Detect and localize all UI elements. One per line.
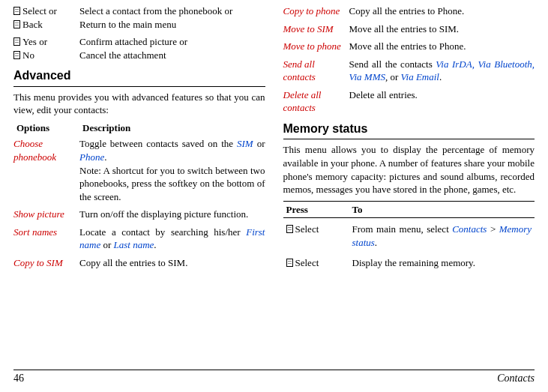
row-move-to-sim: Move to SIM Move all the entries to SIM.: [283, 22, 535, 36]
lastname-link: Last name: [114, 239, 154, 250]
text: or: [253, 138, 265, 149]
softkey-icon: [13, 37, 20, 46]
text: Locate a contact by searching his/her: [79, 226, 246, 238]
option-desc: Copy all the entries to Phone.: [349, 4, 535, 18]
softkey-icon: [286, 225, 293, 233]
desc-line: Confirm attached picture or: [79, 35, 265, 49]
row-yes-no: Yes or No Confirm attached picture or Ca…: [13, 35, 265, 61]
text: >: [487, 223, 499, 235]
option-name: Move to SIM: [283, 22, 349, 36]
label: No: [22, 49, 34, 61]
row-copy-to-sim: Copy to SIM Copy all the entries to SIM.: [13, 256, 265, 270]
page-footer: 46 Contacts: [13, 370, 535, 386]
table-header: Press To: [283, 201, 535, 219]
page-number: 46: [13, 372, 24, 386]
row-delete-all: Delete all contacts Delete all entries.: [283, 88, 535, 115]
press-label: Select: [286, 256, 352, 270]
option-labels: Yes or No: [13, 35, 79, 61]
text: or: [100, 239, 113, 250]
option-desc: Move all the entries to SIM.: [349, 22, 535, 36]
th-press: Press: [286, 203, 352, 217]
label: Select or: [22, 5, 57, 16]
row-choose-phonebook: Choose phonebook Toggle between contacts…: [13, 137, 265, 203]
label: Select: [295, 257, 319, 268]
option-name: Copy to phone: [283, 4, 349, 18]
row-move-to-phone: Move to phone Move all the entries to Ph…: [283, 40, 535, 53]
option-desc: Copy all the entries to SIM.: [79, 256, 265, 270]
option-name: Show picture: [13, 208, 79, 221]
text: Toggle between contacts saved on the: [79, 138, 237, 149]
label: Yes or: [22, 36, 47, 47]
option-desc: Delete all entries.: [349, 88, 535, 115]
option-name: Choose phonebook: [13, 137, 79, 203]
to-desc: Display the remaining memory.: [352, 256, 532, 270]
th-description: Description: [82, 121, 130, 135]
softkey-icon: [13, 20, 20, 28]
desc-line: Cancel the attachment: [79, 49, 265, 62]
option-desc: Toggle between contacts saved on the SIM…: [79, 137, 265, 203]
text: Send all the contacts: [349, 58, 436, 70]
label: Select: [295, 223, 319, 235]
row-copy-to-phone: Copy to phone Copy all the entries to Ph…: [283, 4, 535, 18]
contacts-link: Contacts: [452, 223, 487, 235]
row-show-picture: Show picture Turn on/off the displaying …: [13, 208, 265, 221]
option-labels: Select or Back: [13, 4, 79, 31]
row-select-back: Select or Back Select a contact from the…: [13, 4, 265, 31]
option-desc: Send all the contacts Via IrDA, Via Blue…: [349, 58, 535, 84]
label: Back: [22, 19, 43, 30]
row-send-all: Send all contacts Send all the contacts …: [283, 58, 535, 84]
note: Note: A shortcut for you to switch betwe…: [79, 164, 265, 204]
option-name: Sort names: [13, 226, 79, 252]
table-header: Options Description: [13, 121, 265, 135]
page-content: Select or Back Select a contact from the…: [0, 0, 548, 354]
left-column: Select or Back Select a contact from the…: [13, 4, 265, 354]
softkey-icon: [13, 51, 20, 59]
softkey-icon: [286, 259, 293, 267]
via-irda: Via IrDA,: [436, 58, 475, 70]
option-desc: Turn on/off the displaying picture funct…: [79, 208, 265, 221]
memory-status-heading: Memory status: [283, 121, 535, 137]
to-desc: From main menu, select Contacts > Memory…: [352, 223, 532, 249]
th-options: Options: [16, 121, 82, 135]
divider: [283, 139, 535, 139]
press-label: Select: [286, 223, 352, 249]
option-desc: Select a contact from the phonebook or R…: [79, 4, 265, 31]
th-to: To: [352, 203, 363, 217]
footer-section: Contacts: [497, 372, 535, 386]
option-name: Delete all contacts: [283, 88, 349, 115]
option-name: Send all contacts: [283, 58, 349, 84]
phone-link: Phone: [79, 151, 104, 163]
divider: [13, 86, 265, 87]
desc-line: Return to the main menu: [79, 18, 265, 31]
advanced-intro: This menu provides you with advanced fea…: [13, 91, 265, 117]
row-sort-names: Sort names Locate a contact by searching…: [13, 226, 265, 252]
advanced-heading: Advanced: [13, 67, 265, 84]
option-desc: Confirm attached picture or Cancel the a…: [79, 35, 265, 61]
desc-line: Select a contact from the phonebook or: [79, 4, 265, 18]
sim-link: SIM: [237, 138, 253, 149]
via-bluetooth: Via Bluetooth,: [478, 58, 535, 70]
softkey-icon: [13, 7, 20, 15]
via-mms: Via MMS: [349, 71, 386, 82]
option-name: Copy to SIM: [13, 256, 79, 270]
via-email: Via Email: [401, 71, 439, 82]
text: From main menu, select: [352, 223, 453, 235]
memory-intro: This menu allows you to display the perc…: [283, 143, 535, 196]
option-name: Move to phone: [283, 40, 349, 53]
row-select-1: Select From main menu, select Contacts >…: [283, 221, 535, 250]
option-desc: Locate a contact by searching his/her Fi…: [79, 226, 265, 252]
option-desc: Move all the entries to Phone.: [349, 40, 535, 53]
row-select-2: Select Display the remaining memory.: [283, 255, 535, 271]
text: , or: [385, 71, 401, 82]
right-column: Copy to phone Copy all the entries to Ph…: [283, 4, 535, 354]
